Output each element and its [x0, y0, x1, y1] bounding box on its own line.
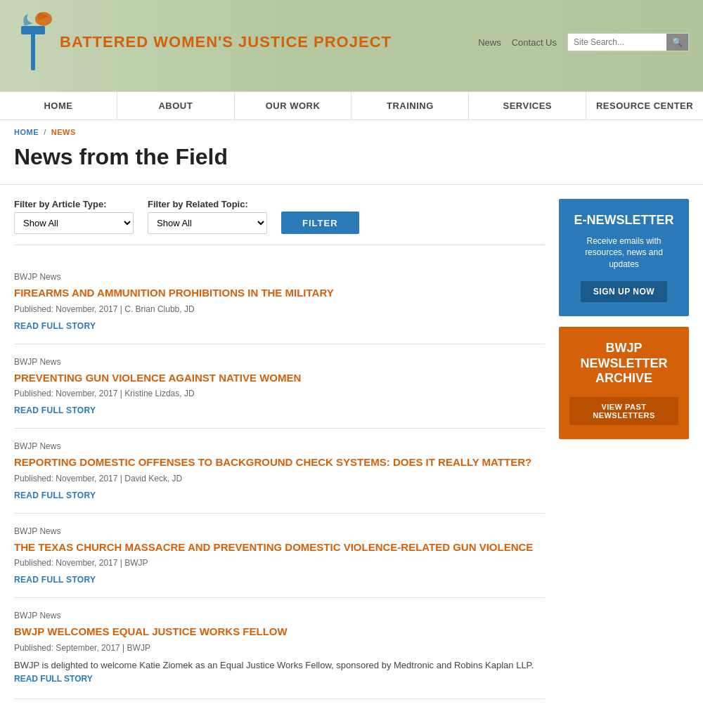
svg-rect-0	[31, 32, 35, 70]
nav-training[interactable]: TRAINING	[352, 92, 469, 119]
breadcrumb-current: NEWS	[51, 128, 76, 136]
read-more-link[interactable]: READ FULL STORY	[14, 405, 96, 415]
search-box: 🔍	[567, 33, 689, 51]
news-title[interactable]: REPORTING DOMESTIC OFFENSES TO BACKGROUN…	[14, 455, 545, 469]
article-type-filter: Filter by Article Type: Show All	[14, 199, 134, 234]
news-item: BWJP News FIREARMS AND AMMUNITION PROHIB…	[14, 259, 545, 344]
search-button[interactable]: 🔍	[666, 34, 688, 51]
inline-read-more-link[interactable]: READ FULL STORY	[14, 674, 93, 684]
related-topic-filter: Filter by Related Topic: Show All	[148, 199, 267, 234]
news-meta: Published: September, 2017 | BWJP	[14, 643, 545, 653]
header: BATTERED WOMEN'S JUSTICE PROJECT News Co…	[0, 0, 703, 91]
news-meta: Published: November, 2017 | BWJP	[14, 558, 545, 568]
enewsletter-description: Receive emails with resources, news and …	[569, 235, 678, 271]
svg-rect-2	[21, 26, 45, 32]
news-meta: Published: November, 2017 | David Keck, …	[14, 474, 545, 483]
read-more-link[interactable]: READ FULL STORY	[14, 321, 96, 331]
news-item: BWJP News THE TEXAS CHURCH MASSACRE AND …	[14, 514, 545, 599]
header-right: News Contact Us 🔍	[478, 33, 689, 51]
breadcrumb: HOME / NEWS	[0, 120, 703, 141]
main-content: Filter by Article Type: Show All Filter …	[0, 185, 703, 713]
signup-button[interactable]: SIGN UP NOW	[581, 281, 667, 302]
archive-button[interactable]: VIEW PAST NEWSLETTERS	[569, 397, 678, 425]
nav-about[interactable]: ABOUT	[117, 92, 235, 119]
filter-bar: Filter by Article Type: Show All Filter …	[14, 199, 545, 245]
news-category: BWJP News	[14, 526, 545, 536]
right-sidebar: E-NEWSLETTER Receive emails with resourc…	[559, 199, 689, 699]
news-title[interactable]: PREVENTING GUN VIOLENCE AGAINST NATIVE W…	[14, 371, 545, 385]
search-input[interactable]	[568, 34, 666, 50]
news-meta: Published: November, 2017 | Kristine Liz…	[14, 389, 545, 398]
read-more-link[interactable]: READ FULL STORY	[14, 575, 96, 585]
filter-button[interactable]: FILTER	[281, 212, 359, 234]
news-meta: Published: November, 2017 | C. Brian Clu…	[14, 304, 545, 314]
breadcrumb-home[interactable]: HOME	[14, 128, 39, 136]
news-item: BWJP News BWJP WELCOMES EQUAL JUSTICE WO…	[14, 598, 545, 699]
article-type-select[interactable]: Show All	[14, 212, 134, 234]
news-title[interactable]: BWJP WELCOMES EQUAL JUSTICE WORKS FELLOW	[14, 625, 545, 639]
news-category: BWJP News	[14, 441, 545, 451]
related-topic-select[interactable]: Show All	[148, 212, 267, 234]
nav-home[interactable]: HOME	[0, 92, 117, 119]
news-link[interactable]: News	[478, 37, 501, 48]
news-title[interactable]: THE TEXAS CHURCH MASSACRE AND PREVENTING…	[14, 540, 545, 554]
org-name: BATTERED WOMEN'S JUSTICE PROJECT	[60, 33, 392, 51]
news-category: BWJP News	[14, 357, 545, 367]
logo-icon	[14, 11, 53, 74]
nav-services[interactable]: SERVICES	[469, 92, 586, 119]
nav-resource-center[interactable]: RESOURCE CENTER	[586, 92, 703, 119]
news-body: BWJP is delighted to welcome Katie Ziome…	[14, 658, 545, 686]
related-topic-label: Filter by Related Topic:	[148, 199, 267, 209]
archive-title: BWJP NEWSLETTER ARCHIVE	[569, 341, 678, 386]
news-item: BWJP News REPORTING DOMESTIC OFFENSES TO…	[14, 429, 545, 514]
news-item: BWJP News PREVENTING GUN VIOLENCE AGAINS…	[14, 344, 545, 429]
nav-our-work[interactable]: OUR WORK	[235, 92, 352, 119]
article-type-label: Filter by Article Type:	[14, 199, 134, 209]
enewsletter-title: E-NEWSLETTER	[569, 213, 678, 228]
enewsletter-widget: E-NEWSLETTER Receive emails with resourc…	[559, 199, 689, 316]
main-nav: HOME ABOUT OUR WORK TRAINING SERVICES RE…	[0, 91, 703, 120]
news-title[interactable]: FIREARMS AND AMMUNITION PROHIBITIONS IN …	[14, 286, 545, 300]
news-category: BWJP News	[14, 272, 545, 282]
left-content: Filter by Article Type: Show All Filter …	[14, 199, 545, 699]
news-category: BWJP News	[14, 611, 545, 620]
page-title-area: News from the Field	[0, 141, 703, 185]
breadcrumb-separator: /	[44, 128, 46, 136]
news-body-text: BWJP is delighted to welcome Katie Ziome…	[14, 660, 534, 670]
page-title: News from the Field	[14, 144, 689, 170]
logo-area[interactable]: BATTERED WOMEN'S JUSTICE PROJECT	[14, 11, 392, 74]
newsletter-archive-widget: BWJP NEWSLETTER ARCHIVE VIEW PAST NEWSLE…	[559, 327, 689, 439]
read-more-link[interactable]: READ FULL STORY	[14, 490, 96, 500]
contact-link[interactable]: Contact Us	[512, 37, 557, 48]
top-links: News Contact Us 🔍	[478, 33, 689, 51]
